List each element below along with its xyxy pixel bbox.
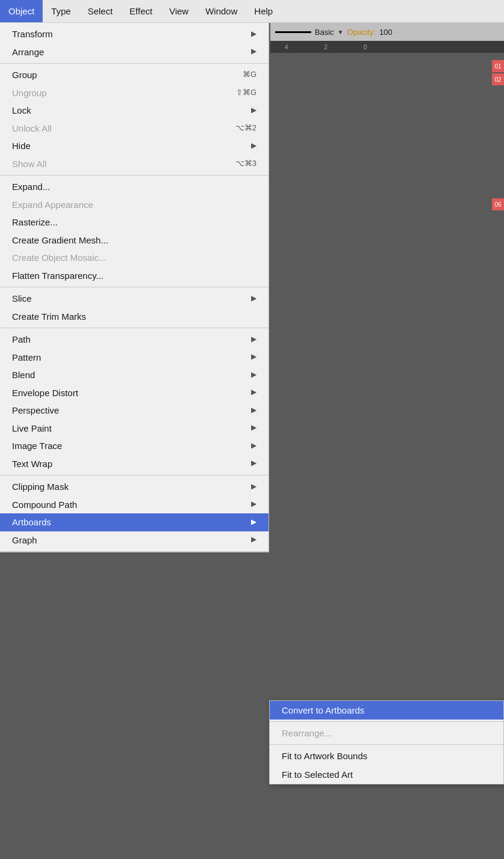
menu-section-5: Path ▶ Pattern ▶ Blend ▶ Envelope Distor… bbox=[0, 328, 269, 475]
submenu-arrow-image-trace: ▶ bbox=[251, 441, 257, 451]
submenu-item-label-convert: Convert to Artboards bbox=[282, 705, 365, 715]
menu-item-slice[interactable]: Slice ▶ bbox=[0, 290, 269, 308]
menu-section-3: Expand... Expand Appearance Rasterize...… bbox=[0, 176, 269, 287]
submenu-arrow-artboards: ▶ bbox=[251, 518, 257, 527]
menu-item-image-trace[interactable]: Image Trace ▶ bbox=[0, 437, 269, 455]
ruler-mark-4: 4 bbox=[285, 44, 288, 50]
menu-item-show-all: Show All ⌥⌘3 bbox=[0, 155, 269, 173]
menu-item-unlock-all: Unlock All ⌥⌘2 bbox=[0, 120, 269, 138]
menu-item-artboards[interactable]: Artboards ▶ bbox=[0, 513, 269, 531]
submenu-arrow-arrange: ▶ bbox=[251, 47, 257, 57]
menu-item-hide[interactable]: Hide ▶ bbox=[0, 137, 269, 155]
artboards-submenu: Convert to Artboards Rearrange... Fit to… bbox=[269, 700, 504, 784]
menu-item-path[interactable]: Path ▶ bbox=[0, 331, 269, 349]
shortcut-group: ⌘G bbox=[243, 70, 257, 80]
menu-item-graph[interactable]: Graph ▶ bbox=[0, 531, 269, 549]
menu-window[interactable]: Window bbox=[197, 0, 246, 22]
menu-view[interactable]: View bbox=[161, 0, 197, 22]
submenu-item-label-rearrange: Rearrange... bbox=[282, 728, 332, 738]
menu-type[interactable]: Type bbox=[43, 0, 79, 22]
ruler: 4 2 0 bbox=[270, 41, 504, 53]
menu-item-group[interactable]: Group ⌘G bbox=[0, 66, 269, 84]
submenu-item-convert-to-artboards[interactable]: Convert to Artboards bbox=[270, 701, 503, 720]
stroke-style-label: Basic bbox=[315, 28, 334, 37]
ruler-mark-0: 0 bbox=[363, 44, 367, 50]
artboard-badge-06: 06 bbox=[492, 198, 504, 210]
submenu-arrow-live-paint: ▶ bbox=[251, 423, 257, 433]
menu-item-flatten-transparency[interactable]: Flatten Transparency... bbox=[0, 267, 269, 285]
submenu-item-label-fit-selected: Fit to Selected Art bbox=[282, 769, 353, 780]
menu-bar: Object Type Select Effect View Window He… bbox=[0, 0, 504, 23]
menu-section-6: Clipping Mask ▶ Compound Path ▶ Artboard… bbox=[0, 475, 269, 552]
object-menu: Transform ▶ Arrange ▶ Group ⌘G Ungroup ⇧… bbox=[0, 23, 269, 552]
submenu-arrow-text-wrap: ▶ bbox=[251, 459, 257, 468]
menu-item-ungroup: Ungroup ⇧⌘G bbox=[0, 84, 269, 102]
submenu-item-rearrange: Rearrange... bbox=[270, 724, 503, 742]
submenu-arrow-lock: ▶ bbox=[251, 106, 257, 115]
submenu-arrow-slice: ▶ bbox=[251, 294, 257, 304]
menu-item-rasterize[interactable]: Rasterize... bbox=[0, 213, 269, 231]
submenu-arrow-transform: ▶ bbox=[251, 29, 257, 39]
toolbar-strip: Basic ▼ Opacity: 100 bbox=[270, 23, 504, 41]
menu-item-lock[interactable]: Lock ▶ bbox=[0, 102, 269, 120]
menu-item-compound-path[interactable]: Compound Path ▶ bbox=[0, 496, 269, 514]
menu-section-4: Slice ▶ Create Trim Marks bbox=[0, 287, 269, 328]
submenu-arrow-pattern: ▶ bbox=[251, 352, 257, 362]
stroke-preview bbox=[275, 31, 311, 33]
menu-section-2: Group ⌘G Ungroup ⇧⌘G Lock ▶ Unlock All ⌥… bbox=[0, 64, 269, 176]
menu-item-live-paint[interactable]: Live Paint ▶ bbox=[0, 420, 269, 438]
submenu-arrow-clipping-mask: ▶ bbox=[251, 482, 257, 492]
menu-item-expand[interactable]: Expand... bbox=[0, 178, 269, 196]
menu-item-expand-appearance: Expand Appearance bbox=[0, 196, 269, 214]
shortcut-show-all: ⌥⌘3 bbox=[235, 159, 257, 169]
menu-item-object-mosaic: Create Object Mosaic... bbox=[0, 249, 269, 267]
submenu-divider-2 bbox=[270, 744, 503, 745]
menu-item-blend[interactable]: Blend ▶ bbox=[0, 366, 269, 384]
submenu-arrow-hide: ▶ bbox=[251, 141, 257, 151]
menu-item-clipping-mask[interactable]: Clipping Mask ▶ bbox=[0, 478, 269, 496]
submenu-arrow-path: ▶ bbox=[251, 335, 257, 344]
menu-item-create-trim-marks[interactable]: Create Trim Marks bbox=[0, 308, 269, 326]
ruler-mark-2: 2 bbox=[324, 44, 328, 50]
artboard-badge-01: 01 bbox=[492, 60, 504, 72]
menu-item-gradient-mesh[interactable]: Create Gradient Mesh... bbox=[0, 231, 269, 249]
opacity-label: Opacity: bbox=[347, 28, 376, 37]
menu-item-text-wrap[interactable]: Text Wrap ▶ bbox=[0, 455, 269, 473]
submenu-arrow-blend: ▶ bbox=[251, 370, 257, 380]
submenu-item-label-fit-artwork: Fit to Artwork Bounds bbox=[282, 751, 368, 761]
menu-section-1: Transform ▶ Arrange ▶ bbox=[0, 23, 269, 64]
submenu-arrow-perspective: ▶ bbox=[251, 406, 257, 415]
menu-item-arrange[interactable]: Arrange ▶ bbox=[0, 43, 269, 61]
menu-item-pattern[interactable]: Pattern ▶ bbox=[0, 349, 269, 367]
shortcut-unlock-all: ⌥⌘2 bbox=[235, 123, 257, 133]
menu-help[interactable]: Help bbox=[246, 0, 281, 22]
menu-select[interactable]: Select bbox=[79, 0, 121, 22]
menu-item-envelope-distort[interactable]: Envelope Distort ▶ bbox=[0, 384, 269, 402]
menu-effect[interactable]: Effect bbox=[121, 0, 161, 22]
submenu-item-fit-selected-art[interactable]: Fit to Selected Art bbox=[270, 765, 503, 784]
submenu-arrow-envelope-distort: ▶ bbox=[251, 388, 257, 397]
submenu-item-fit-artwork-bounds[interactable]: Fit to Artwork Bounds bbox=[270, 747, 503, 765]
submenu-arrow-graph: ▶ bbox=[251, 535, 257, 545]
submenu-divider-1 bbox=[270, 721, 503, 722]
menu-item-transform[interactable]: Transform ▶ bbox=[0, 25, 269, 43]
ruler-content: 4 2 0 bbox=[273, 44, 367, 50]
submenu-arrow-compound-path: ▶ bbox=[251, 500, 257, 509]
menu-object[interactable]: Object bbox=[0, 0, 43, 22]
opacity-value[interactable]: 100 bbox=[379, 28, 392, 37]
stroke-dropdown-arrow[interactable]: ▼ bbox=[338, 29, 344, 35]
menu-item-perspective[interactable]: Perspective ▶ bbox=[0, 402, 269, 420]
artboard-badge-02: 02 bbox=[492, 73, 504, 85]
shortcut-ungroup: ⇧⌘G bbox=[236, 88, 257, 98]
